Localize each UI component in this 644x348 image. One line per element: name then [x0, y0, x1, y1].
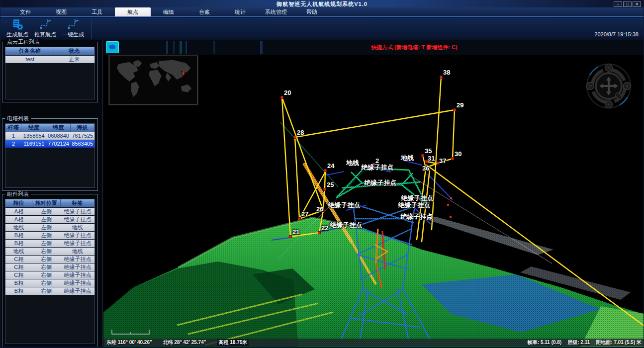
menu-bar: 文件视图工具航点编辑台账统计系统管理帮助: [0, 7, 644, 17]
table-cell: A相: [5, 208, 32, 215]
toolbar-separator: [91, 18, 92, 39]
viewport-status-bar: 东经 116° 00' 40.26" 北纬 28° 42' 25.74" 高程 …: [103, 339, 644, 346]
column-header[interactable]: 任务名称: [5, 47, 54, 55]
table-row[interactable]: C相右侧绝缘子挂点: [5, 256, 94, 263]
insulator-point-marker: [447, 204, 449, 206]
table-cell: 地线: [5, 224, 32, 231]
pointcloud-project-panel: 点云工程列表 任务名称状态test正常: [2, 42, 98, 102]
table-row[interactable]: C相右侧绝缘子挂点: [5, 271, 94, 279]
column-header[interactable]: 状态: [54, 47, 94, 55]
annotation-label: 绝缘子挂点: [362, 163, 394, 172]
one-key-generate-button[interactable]: 一键生成: [59, 18, 87, 39]
compass-zoom-handle[interactable]: [615, 92, 623, 100]
maximize-button[interactable]: □: [623, 1, 632, 7]
tool-button-label: 生成航点: [6, 31, 28, 38]
waypoint-number-29: 29: [457, 101, 463, 109]
waypoint-marker-29[interactable]: [453, 108, 456, 111]
menu-item-waypoint[interactable]: 航点: [115, 7, 151, 16]
close-button[interactable]: ✕: [633, 1, 641, 7]
waypoint-marker-38[interactable]: [440, 76, 443, 79]
table-row[interactable]: 地线左侧地线: [5, 224, 94, 231]
waypoint-number-26: 26: [316, 205, 323, 213]
menu-item-help[interactable]: 帮助: [294, 7, 330, 16]
waypoint-marker-24[interactable]: [324, 169, 327, 172]
menu-item-tools[interactable]: 工具: [79, 7, 115, 16]
menu-item-statistics[interactable]: 统计: [222, 7, 258, 16]
table-cell: 左侧: [32, 208, 61, 215]
table-cell: 绝缘子挂点: [61, 216, 94, 223]
table-cell: 绝缘子挂点: [61, 208, 94, 215]
menu-item-file[interactable]: 文件: [7, 7, 43, 16]
world-minimap[interactable]: [109, 56, 197, 104]
column-header[interactable]: 相位: [5, 199, 32, 207]
estimate-waypoints-button[interactable]: 推算航点: [31, 18, 59, 39]
minimize-button[interactable]: –: [614, 1, 622, 7]
table-row[interactable]: 1135865406088407617525: [5, 132, 94, 140]
table-cell: 0608840: [46, 132, 70, 140]
china-map-icon: [108, 44, 117, 51]
table-row[interactable]: 2116915177021248563405: [5, 140, 94, 148]
3d-viewport[interactable]: 2021222425262728293031353637382地线地线绝缘子挂点…: [103, 55, 644, 348]
window-title: 御航智巡无人机航线规划系统V1.0: [0, 0, 644, 8]
table-cell: 7702124: [46, 140, 70, 148]
menu-item-view[interactable]: 视图: [43, 7, 79, 16]
reflection-streak: [173, 41, 175, 54]
table-cell: 左侧: [32, 232, 61, 239]
table-row[interactable]: A相左侧绝缘子挂点: [5, 216, 94, 223]
waypoint-number-30: 30: [455, 150, 461, 158]
table-cell: 右侧: [32, 287, 61, 295]
table-cell: 右侧: [32, 263, 61, 271]
column-header[interactable]: 经度: [21, 124, 46, 132]
waypoint-marker-35[interactable]: [421, 154, 424, 157]
menu-item-system[interactable]: 系统管理: [258, 7, 294, 16]
table-cell: 绝缘子挂点: [61, 279, 94, 287]
table-row[interactable]: B相右侧绝缘子挂点: [5, 287, 94, 295]
table-cell: 地线: [61, 248, 94, 255]
table-cell: 绝缘子挂点: [61, 287, 94, 295]
table-row[interactable]: A相左侧绝缘子挂点: [5, 208, 94, 215]
insulator-point-marker: [450, 216, 452, 218]
table-row[interactable]: B相右侧绝缘子挂点: [5, 279, 94, 287]
table-row[interactable]: B相左侧绝缘子挂点: [5, 232, 94, 239]
column-header[interactable]: 海拔: [71, 124, 94, 132]
route-flag-icon: [67, 18, 80, 30]
annotation-label: 绝缘子挂点: [398, 201, 431, 210]
map-mode-button[interactable]: [106, 41, 119, 53]
table-cell: 2: [5, 140, 21, 148]
waypoint-marker-28[interactable]: [293, 136, 296, 139]
waypoint-marker-25[interactable]: [323, 188, 326, 191]
column-header[interactable]: 杆塔: [5, 124, 21, 132]
waypoint-number-27: 27: [301, 210, 308, 218]
waypoint-marker-21[interactable]: [289, 235, 292, 238]
table-row[interactable]: test正常: [5, 56, 94, 63]
list-gear-icon: [11, 18, 24, 30]
waypoint-marker-22[interactable]: [318, 231, 321, 234]
waypoint-number-20: 20: [284, 89, 291, 96]
table-cell: 地线: [5, 248, 32, 255]
viewport-top-strip: 快捷方式 (新增电塔: T 新增组件: C): [103, 40, 644, 55]
generate-waypoints-button[interactable]: 生成航点: [3, 18, 31, 39]
compass-navigation-widget[interactable]: [584, 58, 634, 115]
component-list-panel: 组件列表 相位相对位置标签A相左侧绝缘子挂点A相左侧绝缘子挂点地线左侧地线B相左…: [2, 194, 98, 347]
reflection-streak: [166, 41, 168, 54]
waypoint-number-22: 22: [321, 224, 328, 232]
shortcut-hint-text: 快捷方式 (新增电塔: T 新增组件: C): [371, 44, 458, 51]
table-row[interactable]: C相右侧绝缘子挂点: [5, 263, 94, 271]
table-cell: A相: [5, 216, 32, 223]
table-header-row: 杆塔经度纬度海拔: [5, 124, 94, 132]
table-row[interactable]: 地线右侧地线: [5, 248, 94, 255]
waypoint-marker-27[interactable]: [298, 217, 301, 220]
waypoint-marker-30[interactable]: [451, 157, 454, 160]
framerate-readout: 帧率: 5.11 (0.8): [528, 339, 561, 346]
column-header[interactable]: 标签: [61, 199, 94, 207]
table-cell: test: [5, 56, 54, 63]
table-row[interactable]: B相左侧绝缘子挂点: [5, 240, 94, 247]
column-header[interactable]: 纬度: [46, 124, 70, 132]
menu-item-ledger[interactable]: 台账: [186, 7, 222, 16]
table-cell: 左侧: [32, 216, 61, 223]
menu-item-edit[interactable]: 编辑: [151, 7, 186, 16]
waypoint-marker-20[interactable]: [280, 96, 283, 99]
column-header[interactable]: 相对位置: [32, 199, 61, 207]
reflection-streak: [180, 41, 182, 54]
elevation-readout: 高程 18.75米: [217, 339, 249, 346]
